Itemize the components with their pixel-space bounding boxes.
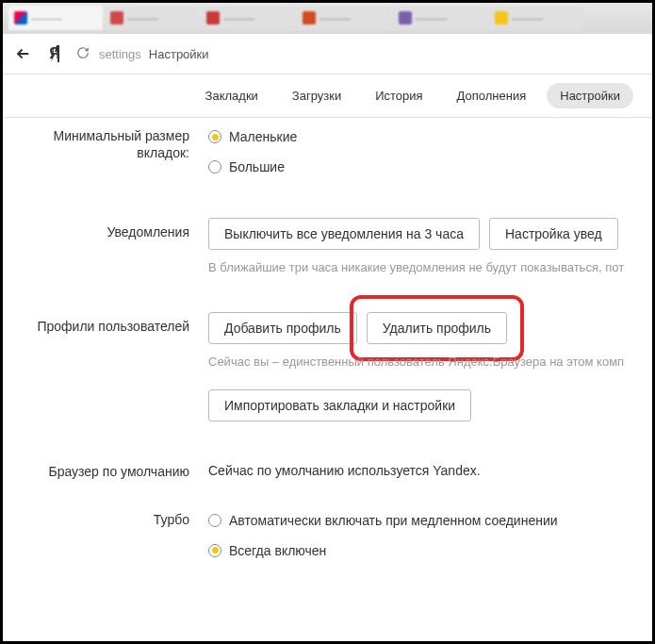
browser-tab[interactable]: ———	[201, 6, 295, 30]
nav-bookmarks[interactable]: Закладки	[192, 83, 271, 108]
disable-notifications-button[interactable]: Выключить все уведомления на 3 часа	[208, 218, 480, 250]
radio-icon	[208, 130, 221, 143]
settings-content: Минимальный размер вкладок: Маленькие Бо…	[3, 118, 652, 641]
yandex-logo[interactable]: Я	[46, 45, 63, 62]
browser-tab[interactable]: ———	[297, 6, 391, 30]
browser-tab[interactable]: ———	[489, 6, 583, 30]
import-bookmarks-button[interactable]: Импортировать закладки и настройки	[208, 389, 471, 421]
reload-icon[interactable]	[76, 46, 91, 61]
browser-tab[interactable]: ———	[8, 6, 103, 30]
nav-settings[interactable]: Настройки	[547, 83, 633, 108]
address-prefix: settings	[99, 47, 141, 61]
notifications-hint: В ближайшие три часа никакие уведомления…	[208, 259, 652, 276]
radio-large-tabs[interactable]: Большие	[208, 152, 652, 182]
default-browser-text: Сейчас по умолчанию используется Yandex.	[208, 457, 652, 478]
radio-small-tabs[interactable]: Маленькие	[208, 122, 652, 152]
highlight-annotation: Удалить профиль	[350, 295, 524, 361]
browser-toolbar: Я settings Настройки	[3, 33, 652, 74]
address-title: Настройки	[149, 47, 209, 61]
nav-addons[interactable]: Дополнения	[444, 83, 540, 108]
notification-settings-button[interactable]: Настройка увед	[489, 218, 618, 250]
radio-icon	[208, 514, 221, 527]
tab-size-label: Минимальный размер вкладок:	[3, 122, 208, 182]
settings-nav: Закладки Загрузки История Дополнения Нас…	[3, 74, 652, 118]
radio-turbo-auto[interactable]: Автоматически включать при медленном сое…	[208, 505, 652, 536]
address-bar[interactable]: settings Настройки	[76, 41, 641, 67]
radio-icon	[208, 160, 221, 173]
profiles-label: Профили пользователей	[3, 312, 208, 421]
nav-history[interactable]: История	[362, 83, 435, 108]
browser-tab[interactable]: ———	[105, 6, 199, 30]
turbo-label: Турбо	[3, 505, 208, 566]
back-button[interactable]	[14, 44, 33, 63]
delete-profile-button[interactable]: Удалить профиль	[367, 312, 507, 344]
add-profile-button[interactable]: Добавить профиль	[208, 312, 357, 344]
profiles-hint: Сейчас вы – единственный пользователь Ян…	[208, 354, 652, 371]
browser-tab[interactable]: ———	[393, 6, 487, 30]
default-browser-label: Браузер по умолчанию	[3, 457, 208, 480]
notifications-label: Уведомления	[3, 218, 208, 276]
nav-downloads[interactable]: Загрузки	[279, 83, 354, 108]
browser-tab-strip: ——— ——— ——— ——— ——— ———	[3, 3, 652, 33]
radio-icon	[208, 544, 221, 557]
radio-turbo-always[interactable]: Всегда включен	[208, 536, 652, 566]
